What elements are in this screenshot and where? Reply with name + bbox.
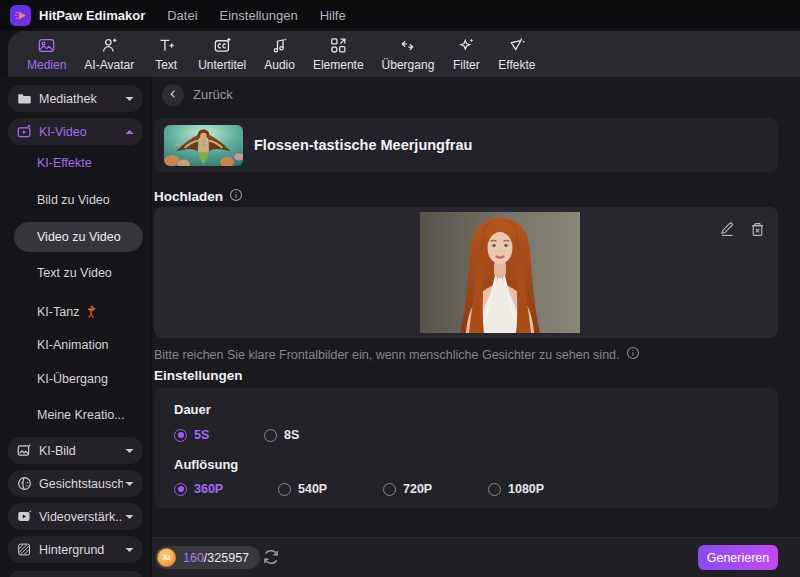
elements-shapes-icon <box>329 36 348 55</box>
video-play-icon <box>17 124 32 139</box>
toolbar-item-audio[interactable]: Audio <box>255 36 304 72</box>
menu-datei[interactable]: Datei <box>167 8 197 23</box>
upload-note-row: Bitte reichen Sie klare Frontalbilder ei… <box>154 346 640 363</box>
music-note-icon <box>270 36 289 55</box>
top-toolbar: Medien AI-Avatar Text <box>8 31 800 77</box>
image-sparkle-icon <box>17 443 32 458</box>
toolbar-item-untertitel[interactable]: Untertitel <box>189 36 255 72</box>
effects-wand-icon <box>507 36 526 55</box>
toolbar-item-ai-avatar[interactable]: AI-Avatar <box>75 36 143 72</box>
info-icon[interactable] <box>626 346 640 363</box>
sidebar-group-label: Mediathek <box>39 92 123 106</box>
toolbar-item-text[interactable]: Text <box>143 36 189 72</box>
sidebar-group-partial[interactable] <box>8 571 143 577</box>
project-title: Flossen-tastische Meerjungfrau <box>254 137 472 153</box>
sidebar-item-meine-kreationen[interactable]: Meine Kreatio... <box>14 400 143 430</box>
background-pattern-icon <box>17 542 32 557</box>
sidebar-item-ki-animation[interactable]: KI-Animation <box>14 330 143 360</box>
sidebar-group-ki-video[interactable]: KI-Video <box>8 118 143 145</box>
subtitles-cc-icon <box>213 36 232 55</box>
sidebar-item-text-zu-video[interactable]: Text zu Video <box>14 258 143 288</box>
duration-label: Dauer <box>174 402 211 417</box>
filter-sparkle-icon <box>457 36 476 55</box>
sidebar-group-mediathek[interactable]: Mediathek <box>8 85 143 112</box>
toolbar-item-effekte[interactable]: Effekte <box>489 36 544 72</box>
back-button[interactable] <box>162 84 184 106</box>
settings-panel: Dauer 5S 8S Auflösung 360P <box>154 388 778 508</box>
upload-note: Bitte reichen Sie klare Frontalbilder ei… <box>154 348 620 362</box>
sidebar-item-label: KI-Übergang <box>37 372 108 386</box>
sidebar-group-ki-bild[interactable]: KI-Bild <box>8 437 143 464</box>
radio-resolution-1080p[interactable]: 1080P <box>488 482 544 496</box>
edit-pencil-icon[interactable] <box>719 221 736 238</box>
resolution-options: 360P 540P 720P 1080P <box>154 482 778 500</box>
chevron-up-icon <box>125 129 134 135</box>
toolbar-item-label: Elemente <box>313 58 364 72</box>
radio-circle <box>174 483 187 496</box>
sidebar-group-label: Gesichtstausch <box>39 477 123 491</box>
title-bar: HitPaw Edimakor Datei Einstellungen Hilf… <box>0 0 800 30</box>
main-panel: Zurück <box>152 77 800 537</box>
sidebar-group-gesichtstausch[interactable]: Gesichtstausch <box>8 470 143 497</box>
back-label[interactable]: Zurück <box>193 87 233 102</box>
menu-hilfe[interactable]: Hilfe <box>320 8 346 23</box>
radio-label: 5S <box>194 428 209 442</box>
toolbar-item-filter[interactable]: Filter <box>443 36 489 72</box>
radio-duration-8s[interactable]: 8S <box>264 428 299 442</box>
radio-resolution-540p[interactable]: 540P <box>278 482 327 496</box>
project-thumbnail <box>164 125 243 166</box>
settings-heading: Einstellungen <box>154 368 243 383</box>
radio-duration-5s[interactable]: 5S <box>174 428 209 442</box>
sidebar: Mediathek KI-Video KI-Effekte Bild zu Vi… <box>0 77 150 577</box>
dancer-icon <box>84 305 97 319</box>
radio-resolution-720p[interactable]: 720P <box>383 482 432 496</box>
generate-button[interactable]: Generieren <box>698 545 778 570</box>
radio-resolution-360p[interactable]: 360P <box>174 482 223 496</box>
sidebar-item-label: Meine Kreatio... <box>37 408 125 422</box>
chevron-down-icon <box>125 547 134 553</box>
menu-einstellungen[interactable]: Einstellungen <box>220 8 298 23</box>
chevron-down-icon <box>125 448 134 454</box>
delete-trash-icon[interactable] <box>749 221 766 238</box>
radio-circle <box>264 429 277 442</box>
sidebar-group-videoverstaerker[interactable]: Videoverstärk... <box>8 503 143 530</box>
upload-panel[interactable] <box>154 207 778 338</box>
sidebar-item-ki-tanz[interactable]: KI-Tanz <box>14 297 143 327</box>
chevron-left-icon <box>167 86 179 104</box>
sidebar-item-bild-zu-video[interactable]: Bild zu Video <box>14 185 143 215</box>
toolbar-item-uebergang[interactable]: Übergang <box>373 36 444 72</box>
ai-coin-icon: AI <box>157 548 176 567</box>
toolbar-item-label: Audio <box>264 58 295 72</box>
upload-panel-actions <box>719 221 766 238</box>
sidebar-item-label: Text zu Video <box>37 266 112 280</box>
sidebar-item-ki-uebergang[interactable]: KI-Übergang <box>14 364 143 394</box>
credits-counter: 160/325957 <box>183 551 249 565</box>
info-icon[interactable] <box>229 188 243 205</box>
credits-total: /325957 <box>204 551 249 565</box>
app-title: HitPaw Edimakor <box>39 8 145 23</box>
toolbar-item-medien[interactable]: Medien <box>18 36 75 72</box>
sidebar-item-ki-effekte[interactable]: KI-Effekte <box>14 148 143 178</box>
credits-used: 160 <box>183 551 204 565</box>
credits-pill[interactable]: AI 160/325957 <box>155 546 260 569</box>
duration-options: 5S 8S <box>154 428 778 446</box>
toolbar-item-elemente[interactable]: Elemente <box>304 36 373 72</box>
app-logo-icon <box>10 5 31 26</box>
sidebar-group-label: Hintergrund <box>39 543 123 557</box>
avatar-icon <box>100 36 119 55</box>
text-icon <box>157 36 176 55</box>
refresh-icon[interactable] <box>262 548 280 566</box>
sidebar-item-video-zu-video[interactable]: Video zu Video <box>14 222 143 252</box>
sidebar-group-hintergrund[interactable]: Hintergrund <box>8 536 143 563</box>
radio-circle <box>278 483 291 496</box>
sidebar-group-label: KI-Video <box>39 125 123 139</box>
sidebar-item-label: KI-Effekte <box>37 156 92 170</box>
sidebar-group-label: KI-Bild <box>39 444 123 458</box>
radio-circle <box>174 429 187 442</box>
radio-circle <box>383 483 396 496</box>
sidebar-item-label: Bild zu Video <box>37 193 110 207</box>
radio-label: 1080P <box>508 482 544 496</box>
media-image-icon <box>37 36 56 55</box>
radio-label: 540P <box>298 482 327 496</box>
toolbar-item-label: AI-Avatar <box>84 58 134 72</box>
